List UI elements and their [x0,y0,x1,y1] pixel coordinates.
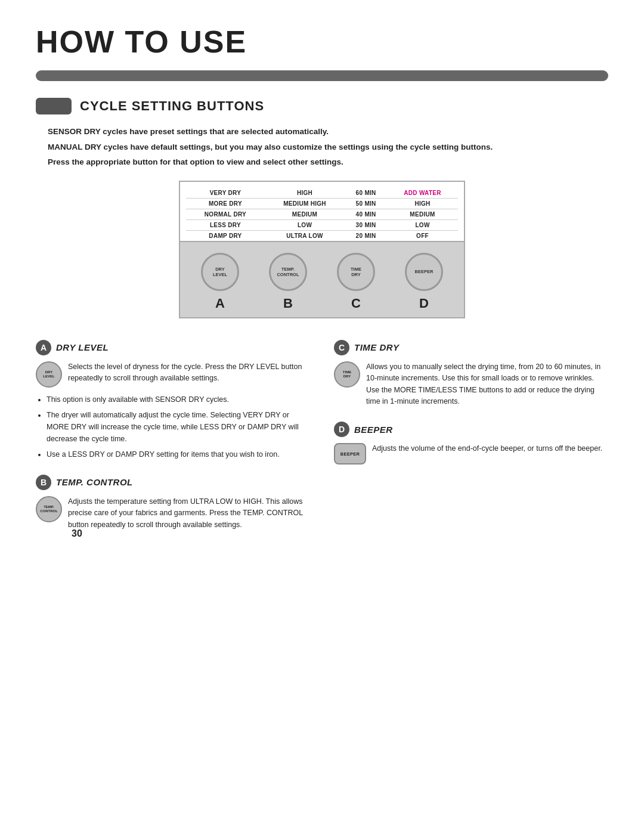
feature-c-desc: Allows you to manually select the drying… [366,361,608,408]
mini-button-b-label: TEMP.CONTROL [40,505,58,513]
table-cell: HIGH [387,198,458,209]
bullet-a-2: The dryer will automatically adjust the … [47,409,310,445]
table-cell: DAMP DRY [186,230,265,241]
table-row: NORMAL DRYMEDIUM40 MINMEDIUM [186,209,458,219]
feature-d-desc: Adjusts the volume of the end-of-cycle b… [372,443,602,454]
bullet-a-1: This option is only available with SENSO… [47,394,310,405]
table-cell: HIGH [265,188,345,199]
feature-a-desc: Selects the level of dryness for the cyc… [68,361,310,385]
section-header: CYCLE SETTING BUTTONS [36,98,608,114]
intro-line1: SENSOR DRY cycles have preset settings t… [48,127,329,136]
right-column: C TIME DRY TIMEDRY Allows you to manuall… [334,340,608,545]
table-cell: OFF [387,230,458,241]
feature-b-desc: Adjusts the temperature setting from ULT… [68,496,310,531]
dial-circle-d: BEEPER [405,253,443,291]
table-row: MORE DRYMEDIUM HIGH50 MINHIGH [186,198,458,209]
dial-d: BEEPER D [405,253,443,311]
table-cell: 50 MIN [345,198,387,209]
mini-button-c-label: TIMEDRY [343,370,351,379]
feature-c-body: TIMEDRY Allows you to manually select th… [334,361,608,408]
page-title: HOW TO USE [36,24,608,60]
badge-b: B [36,475,51,490]
mini-button-c: TIMEDRY [334,361,360,388]
badge-a: A [36,340,51,355]
table-row: DAMP DRYULTRA LOW20 MINOFF [186,230,458,241]
table-cell: NORMAL DRY [186,209,265,219]
feature-b-header: B TEMP. CONTROL [36,475,310,490]
diagram-buttons-area: DRYLEVEL A TEMP.CONTROL B TIMEDRY C BEEP… [180,242,464,317]
section-title: CYCLE SETTING BUTTONS [80,98,264,114]
diagram-box: VERY DRYHIGH60 MINADD WATERMORE DRYMEDIU… [179,181,465,318]
feature-a-header: A DRY LEVEL [36,340,310,355]
table-cell: MORE DRY [186,198,265,209]
table-cell: MEDIUM [265,209,345,219]
table-cell: VERY DRY [186,188,265,199]
mini-button-a: DRYLEVEL [36,361,62,388]
intro-line2: MANUAL DRY cycles have default settings,… [48,143,493,151]
diagram-container: VERY DRYHIGH60 MINADD WATERMORE DRYMEDIU… [36,181,608,318]
table-cell: LOW [265,219,345,230]
letter-a: A [215,296,225,311]
mini-button-a-label: DRYLEVEL [43,370,54,379]
dial-label-c: TIMEDRY [351,267,361,277]
features-grid: A DRY LEVEL DRYLEVEL Selects the level o… [36,340,608,545]
feature-a-body: DRYLEVEL Selects the level of dryness fo… [36,361,310,388]
feature-d: D BEEPER BEEPER Adjusts the volume of th… [334,422,608,465]
dial-label-a: DRYLEVEL [213,267,227,277]
badge-d: D [334,422,349,437]
mini-button-b: TEMP.CONTROL [36,496,62,522]
table-cell: LOW [387,219,458,230]
settings-table: VERY DRYHIGH60 MINADD WATERMORE DRYMEDIU… [186,188,458,241]
mini-button-d-label: BEEPER [340,451,360,457]
left-column: A DRY LEVEL DRYLEVEL Selects the level o… [36,340,310,545]
feature-b-body: TEMP.CONTROL Adjusts the temperature set… [36,496,310,531]
dial-circle-b: TEMP.CONTROL [269,253,307,291]
letter-d: D [419,296,429,311]
table-cell: ULTRA LOW [265,230,345,241]
feature-d-body: BEEPER Adjusts the volume of the end-of-… [334,443,608,465]
table-cell: 20 MIN [345,230,387,241]
table-cell: 40 MIN [345,209,387,219]
table-cell: ADD WATER [387,188,458,199]
feature-a-bullets: This option is only available with SENSO… [36,394,310,460]
feature-c-title: TIME DRY [354,342,399,352]
dial-label-b: TEMP.CONTROL [277,267,299,277]
feature-d-title: BEEPER [354,425,393,435]
intro-line3: Press the appropriate button for that op… [48,157,343,166]
intro-text: SENSOR DRY cycles have preset settings t… [36,125,608,169]
table-cell: LESS DRY [186,219,265,230]
page-number: 30 [72,528,82,539]
dial-circle-c: TIMEDRY [337,253,375,291]
table-cell: MEDIUM HIGH [265,198,345,209]
letter-c: C [351,296,361,311]
badge-c: C [334,340,349,355]
letter-b: B [283,296,293,311]
mini-button-d: BEEPER [334,443,366,465]
dial-c: TIMEDRY C [337,253,375,311]
feature-b-title: TEMP. CONTROL [56,477,133,487]
table-cell: MEDIUM [387,209,458,219]
feature-a-title: DRY LEVEL [56,342,109,352]
feature-a: A DRY LEVEL DRYLEVEL Selects the level o… [36,340,310,460]
dial-b: TEMP.CONTROL B [269,253,307,311]
table-cell: 60 MIN [345,188,387,199]
dial-circle-a: DRYLEVEL [201,253,239,291]
table-row: VERY DRYHIGH60 MINADD WATER [186,188,458,199]
feature-b: B TEMP. CONTROL TEMP.CONTROL Adjusts the… [36,475,310,531]
bullet-a-3: Use a LESS DRY or DAMP DRY setting for i… [47,448,310,460]
feature-c-header: C TIME DRY [334,340,608,355]
table-cell: 30 MIN [345,219,387,230]
dial-label-d: BEEPER [415,269,434,274]
feature-d-header: D BEEPER [334,422,608,437]
section-bar-decoration [36,98,72,114]
decorative-bar [36,70,608,81]
feature-c: C TIME DRY TIMEDRY Allows you to manuall… [334,340,608,408]
settings-table-area: VERY DRYHIGH60 MINADD WATERMORE DRYMEDIU… [180,182,464,242]
table-row: LESS DRYLOW30 MINLOW [186,219,458,230]
dial-a: DRYLEVEL A [201,253,239,311]
